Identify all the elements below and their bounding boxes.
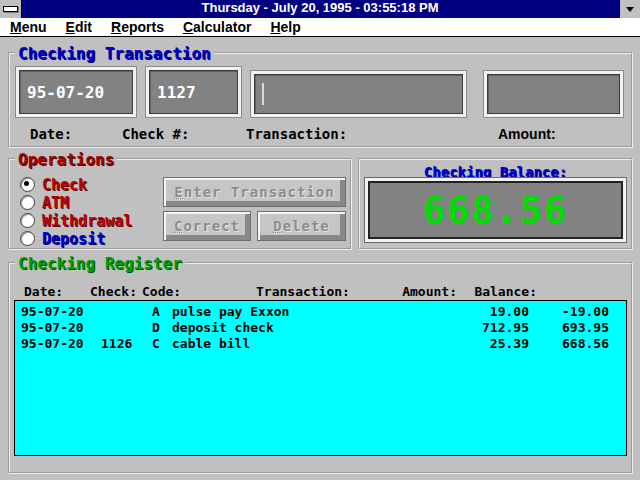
- check-number-value: 1127: [149, 70, 238, 114]
- window-title: Thursday - July 20, 1995 - 03:55:18 PM: [0, 0, 640, 18]
- register-header-date: Date:: [24, 284, 63, 299]
- radio-check-circle[interactable]: [20, 177, 35, 192]
- register-header-balance: Balance:: [457, 284, 537, 299]
- checking-balance-value: 668.56: [368, 181, 623, 239]
- row-balance: -19.00: [529, 304, 609, 320]
- minimize-icon: [626, 7, 634, 12]
- row-check: [93, 304, 145, 320]
- radio-withdrawal-label: Withdrawal: [42, 212, 132, 230]
- row-date: 95-07-20: [15, 304, 93, 320]
- radio-withdrawal[interactable]: Withdrawal: [20, 212, 132, 229]
- row-check: [93, 320, 145, 336]
- radio-atm-label: ATM: [42, 194, 69, 212]
- menu-item-help[interactable]: Help: [268, 19, 302, 35]
- row-transaction: cable bill: [167, 336, 456, 352]
- radio-check[interactable]: Check: [20, 176, 132, 193]
- radio-withdrawal-circle[interactable]: [20, 213, 35, 228]
- date-field-value: 95-07-20: [19, 70, 133, 114]
- checking-register-title: Checking Register: [15, 254, 185, 273]
- title-bar: Thursday - July 20, 1995 - 03:55:18 PM: [0, 0, 640, 18]
- amount-field[interactable]: [483, 70, 624, 118]
- row-code: C: [145, 336, 167, 352]
- check-number-field[interactable]: 1127: [145, 66, 242, 118]
- correct-button-label: Correct: [164, 218, 250, 234]
- radio-check-label: Check: [42, 176, 87, 194]
- register-header-transaction: Transaction:: [256, 284, 350, 299]
- register-row-2[interactable]: 95-07-20 D deposit check 712.95 693.95: [15, 320, 626, 336]
- menu-item-menu[interactable]: Menu: [8, 19, 49, 35]
- row-transaction: pulse pay Exxon: [167, 304, 456, 320]
- radio-deposit[interactable]: Deposit: [20, 230, 132, 247]
- app-window: Thursday - July 20, 1995 - 03:55:18 PM M…: [0, 0, 640, 480]
- row-balance: 668.56: [529, 336, 609, 352]
- date-field[interactable]: 95-07-20: [15, 66, 137, 118]
- enter-transaction-button[interactable]: Enter Transaction: [163, 177, 346, 207]
- correct-button[interactable]: Correct: [163, 211, 251, 241]
- row-date: 95-07-20: [15, 320, 93, 336]
- operations-title: Operations: [15, 150, 117, 169]
- radio-deposit-circle[interactable]: [20, 231, 35, 246]
- row-balance: 693.95: [529, 320, 609, 336]
- check-number-label: Check #:: [122, 126, 189, 142]
- client-area: Checking Transaction 95-07-20 1127 Date:…: [0, 38, 640, 480]
- register-row-3[interactable]: 95-07-20 1126 C cable bill 25.39 668.56: [15, 336, 626, 352]
- delete-button[interactable]: Delete: [257, 211, 346, 241]
- row-amount: 712.95: [456, 320, 529, 336]
- checking-balance-display: 668.56: [364, 177, 627, 243]
- transaction-label: Transaction:: [246, 126, 347, 142]
- register-header-check: Check:: [90, 284, 137, 299]
- transaction-field-value: [254, 74, 463, 114]
- row-transaction: deposit check: [167, 320, 456, 336]
- text-caret: [262, 83, 264, 105]
- menu-item-edit[interactable]: Edit: [64, 19, 94, 35]
- row-code: D: [145, 320, 167, 336]
- row-code: A: [145, 304, 167, 320]
- enter-transaction-button-label: Enter Transaction: [164, 184, 345, 200]
- register-listbox[interactable]: 95-07-20 A pulse pay Exxon 19.00 -19.00 …: [14, 300, 627, 456]
- date-label: Date:: [30, 126, 72, 142]
- row-amount: 25.39: [456, 336, 529, 352]
- menu-item-calculator[interactable]: Calculator: [181, 19, 253, 35]
- row-check: 1126: [93, 336, 145, 352]
- register-row-1[interactable]: 95-07-20 A pulse pay Exxon 19.00 -19.00: [15, 304, 626, 320]
- amount-field-value: [487, 74, 620, 114]
- menu-item-reports[interactable]: Reports: [109, 19, 166, 35]
- minimize-button[interactable]: [619, 0, 640, 18]
- transaction-field[interactable]: [250, 70, 467, 118]
- checking-transaction-title: Checking Transaction: [15, 44, 214, 63]
- operation-radio-list: Check ATM Withdrawal Deposit: [20, 176, 132, 248]
- radio-atm[interactable]: ATM: [20, 194, 132, 211]
- register-header-amount: Amount:: [384, 284, 457, 299]
- radio-atm-circle[interactable]: [20, 195, 35, 210]
- radio-deposit-label: Deposit: [42, 230, 105, 248]
- register-header-code: Code:: [142, 284, 181, 299]
- register-header-row: Date: Check: Code: Transaction: Amount: …: [10, 284, 635, 299]
- delete-button-label: Delete: [258, 218, 345, 234]
- menu-bar: Menu Edit Reports Calculator Help: [0, 18, 640, 37]
- row-amount: 19.00: [456, 304, 529, 320]
- amount-label: Amount:: [498, 126, 556, 142]
- row-date: 95-07-20: [15, 336, 93, 352]
